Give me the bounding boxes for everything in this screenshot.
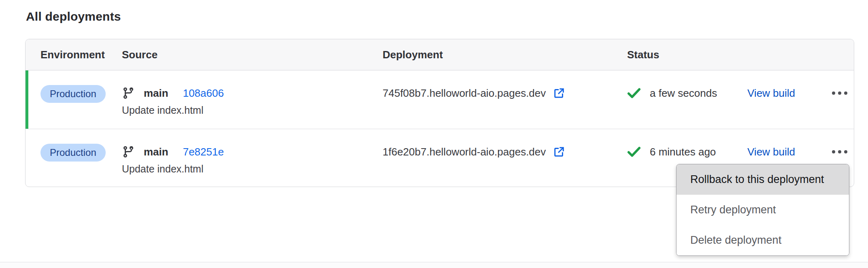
menu-item-rollback[interactable]: Rollback to this deployment <box>677 164 849 195</box>
table-header-row: Environment Source Deployment Status <box>26 39 854 70</box>
deployment-time: a few seconds <box>650 87 717 100</box>
current-deployment-indicator <box>26 70 28 129</box>
commit-message: Update index.html <box>122 163 383 175</box>
check-icon <box>627 146 641 157</box>
source-cell: main 108a606 Update index.html <box>122 70 383 129</box>
menu-item-retry[interactable]: Retry deployment <box>677 195 849 225</box>
column-header-deployment: Deployment <box>383 49 627 61</box>
check-icon <box>627 87 641 99</box>
row-actions-menu-button[interactable] <box>830 147 849 157</box>
git-branch-icon <box>122 145 135 158</box>
deployment-url: 1f6e20b7.helloworld-aio.pages.dev <box>383 146 546 158</box>
view-build-link[interactable]: View build <box>747 146 830 158</box>
column-header-source: Source <box>122 49 383 61</box>
deployment-url: 745f08b7.helloworld-aio.pages.dev <box>383 87 546 100</box>
page-title: All deployments <box>26 10 121 23</box>
commit-link[interactable]: 7e8251e <box>183 146 224 158</box>
status-cell: 6 minutes ago View build <box>627 144 854 160</box>
environment-badge: Production <box>40 85 106 103</box>
branch-name: main <box>144 146 168 158</box>
environment-badge: Production <box>40 144 106 162</box>
source-cell: main 7e8251e Update index.html <box>122 129 383 187</box>
page-bottom-divider <box>0 262 868 268</box>
column-header-environment: Environment <box>40 49 122 61</box>
row-actions-menu-button[interactable] <box>830 88 849 98</box>
column-header-status: Status <box>627 49 854 61</box>
external-link-icon[interactable] <box>553 87 565 99</box>
deployment-cell: 1f6e20b7.helloworld-aio.pages.dev <box>383 144 627 160</box>
commit-link[interactable]: 108a606 <box>183 87 224 100</box>
deployment-actions-menu: Rollback to this deployment Retry deploy… <box>676 164 849 256</box>
view-build-link[interactable]: View build <box>747 87 830 100</box>
menu-item-delete[interactable]: Delete deployment <box>677 225 849 255</box>
status-cell: a few seconds View build <box>627 85 854 101</box>
environment-cell: Production <box>40 129 122 187</box>
deployment-row: Production main 108a606 Update index.htm… <box>26 70 854 129</box>
commit-message: Update index.html <box>122 104 383 116</box>
git-branch-icon <box>122 87 135 100</box>
deployment-cell: 745f08b7.helloworld-aio.pages.dev <box>383 85 627 101</box>
branch-name: main <box>144 87 168 100</box>
environment-cell: Production <box>40 70 122 129</box>
external-link-icon[interactable] <box>553 146 565 158</box>
deployment-time: 6 minutes ago <box>650 146 716 158</box>
